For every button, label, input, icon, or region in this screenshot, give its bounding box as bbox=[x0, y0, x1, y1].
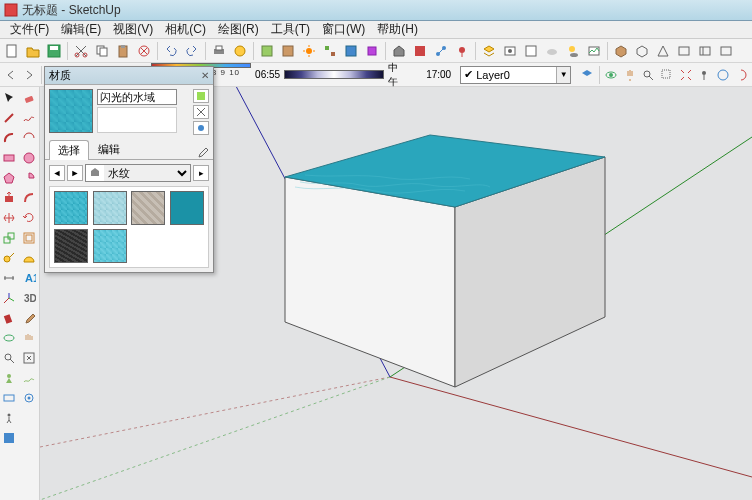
sample-paint-tool[interactable] bbox=[20, 309, 38, 327]
rectangle-tool[interactable] bbox=[0, 149, 18, 167]
model-info-button[interactable] bbox=[230, 41, 250, 61]
layer-name-input[interactable] bbox=[476, 69, 556, 81]
material-tab-edit[interactable]: 编辑 bbox=[89, 139, 129, 159]
extension-button[interactable] bbox=[410, 41, 430, 61]
save-button[interactable] bbox=[44, 41, 64, 61]
front-view-button[interactable] bbox=[674, 41, 694, 61]
lookaround-side-tool[interactable] bbox=[20, 389, 38, 407]
material-thumb-6[interactable] bbox=[93, 229, 127, 263]
match-photo-button[interactable] bbox=[584, 41, 604, 61]
plugin-tool[interactable] bbox=[0, 429, 18, 447]
position-camera-button[interactable] bbox=[695, 65, 713, 85]
walk-side-tool[interactable] bbox=[0, 409, 18, 427]
material-thumb-4[interactable] bbox=[170, 191, 204, 225]
make-component-button[interactable] bbox=[257, 41, 277, 61]
2pt-arc-tool[interactable] bbox=[20, 129, 38, 147]
materials-panel[interactable]: 材质 ✕ 选择 编辑 ◄ ► 水纹 ▸ bbox=[44, 66, 214, 273]
zoom-tool-button[interactable] bbox=[640, 65, 658, 85]
axes-tool[interactable] bbox=[0, 289, 18, 307]
look-around-button[interactable] bbox=[733, 65, 751, 85]
default-material-button[interactable] bbox=[193, 105, 209, 119]
menu-view[interactable]: 视图(V) bbox=[107, 21, 159, 38]
followme-tool[interactable] bbox=[20, 189, 38, 207]
pan-tool-button[interactable] bbox=[621, 65, 639, 85]
cube-model[interactable] bbox=[285, 135, 605, 387]
materials-panel-close-button[interactable]: ✕ bbox=[201, 70, 209, 81]
open-file-button[interactable] bbox=[23, 41, 43, 61]
camera-prev-button[interactable] bbox=[2, 65, 20, 85]
eyedropper-tool[interactable] bbox=[195, 145, 209, 162]
paint-tool[interactable] bbox=[0, 309, 18, 327]
layers-button[interactable] bbox=[479, 41, 499, 61]
menu-edit[interactable]: 编辑(E) bbox=[55, 21, 107, 38]
pan-side-tool[interactable] bbox=[20, 329, 38, 347]
menu-window[interactable]: 窗口(W) bbox=[316, 21, 371, 38]
zoom-side-tool[interactable] bbox=[0, 349, 18, 367]
material-preview-swatch[interactable] bbox=[49, 89, 93, 133]
layer-selector[interactable]: ✔ ▼ bbox=[460, 66, 571, 84]
circle-tool[interactable] bbox=[20, 149, 38, 167]
scenes-button[interactable] bbox=[500, 41, 520, 61]
side-view-button[interactable] bbox=[695, 41, 715, 61]
category-menu-button[interactable]: ▸ bbox=[193, 165, 209, 181]
material-description-input[interactable] bbox=[97, 107, 177, 133]
menu-draw[interactable]: 绘图(R) bbox=[212, 21, 265, 38]
scale-tool[interactable] bbox=[0, 229, 18, 247]
menu-file[interactable]: 文件(F) bbox=[4, 21, 55, 38]
zoom-extents-side-tool[interactable] bbox=[20, 349, 38, 367]
line-tool[interactable] bbox=[0, 109, 18, 127]
arc-tool[interactable] bbox=[0, 129, 18, 147]
tape-tool[interactable] bbox=[0, 249, 18, 267]
category-dropdown[interactable]: 水纹 bbox=[104, 165, 190, 181]
freehand-tool[interactable] bbox=[20, 109, 38, 127]
undo-button[interactable] bbox=[161, 41, 181, 61]
layer-manager-button[interactable] bbox=[578, 65, 596, 85]
material-category-select[interactable]: 水纹 bbox=[85, 164, 191, 182]
dimension-tool[interactable] bbox=[0, 269, 18, 287]
new-file-button[interactable] bbox=[2, 41, 22, 61]
menu-camera[interactable]: 相机(C) bbox=[159, 21, 212, 38]
category-forward-button[interactable]: ► bbox=[67, 165, 83, 181]
menu-tools[interactable]: 工具(T) bbox=[265, 21, 316, 38]
3dtext-tool[interactable]: 3D bbox=[20, 289, 38, 307]
section-tool[interactable] bbox=[0, 389, 18, 407]
layer-dropdown-icon[interactable]: ▼ bbox=[556, 67, 570, 83]
geo-location-button[interactable] bbox=[452, 41, 472, 61]
in-model-materials-button[interactable] bbox=[193, 121, 209, 135]
warehouse-button[interactable] bbox=[389, 41, 409, 61]
paste-button[interactable] bbox=[113, 41, 133, 61]
rotate-tool[interactable] bbox=[20, 209, 38, 227]
select-tool[interactable] bbox=[0, 89, 18, 107]
material-thumb-5[interactable] bbox=[54, 229, 88, 263]
top-view-button[interactable] bbox=[653, 41, 673, 61]
styles-button[interactable] bbox=[521, 41, 541, 61]
copy-button[interactable] bbox=[92, 41, 112, 61]
polygon-tool[interactable] bbox=[0, 169, 18, 187]
materials-panel-header[interactable]: 材质 ✕ bbox=[45, 67, 213, 85]
material-name-input[interactable] bbox=[97, 89, 177, 105]
back-view-button[interactable] bbox=[716, 41, 736, 61]
material-thumb-3[interactable] bbox=[131, 191, 165, 225]
material-thumb-2[interactable] bbox=[93, 191, 127, 225]
camera-next-button[interactable] bbox=[21, 65, 39, 85]
zoom-extents2-button[interactable] bbox=[677, 65, 695, 85]
fog-button[interactable] bbox=[542, 41, 562, 61]
explode-button[interactable] bbox=[299, 41, 319, 61]
entity-info-button[interactable] bbox=[341, 41, 361, 61]
walk-button[interactable] bbox=[714, 65, 732, 85]
components-button[interactable] bbox=[611, 41, 631, 61]
zoom-window-button[interactable] bbox=[658, 65, 676, 85]
print-button[interactable] bbox=[209, 41, 229, 61]
text-tool[interactable]: A1 bbox=[20, 269, 38, 287]
outliner-button[interactable] bbox=[320, 41, 340, 61]
move-tool[interactable] bbox=[0, 209, 18, 227]
cut-button[interactable] bbox=[71, 41, 91, 61]
create-material-button[interactable] bbox=[193, 89, 209, 103]
offset-tool[interactable] bbox=[20, 229, 38, 247]
redo-button[interactable] bbox=[182, 41, 202, 61]
component-options-button[interactable] bbox=[362, 41, 382, 61]
shadow-button[interactable] bbox=[563, 41, 583, 61]
pushpull-tool[interactable] bbox=[0, 189, 18, 207]
material-thumb-1[interactable] bbox=[54, 191, 88, 225]
share-button[interactable] bbox=[431, 41, 451, 61]
